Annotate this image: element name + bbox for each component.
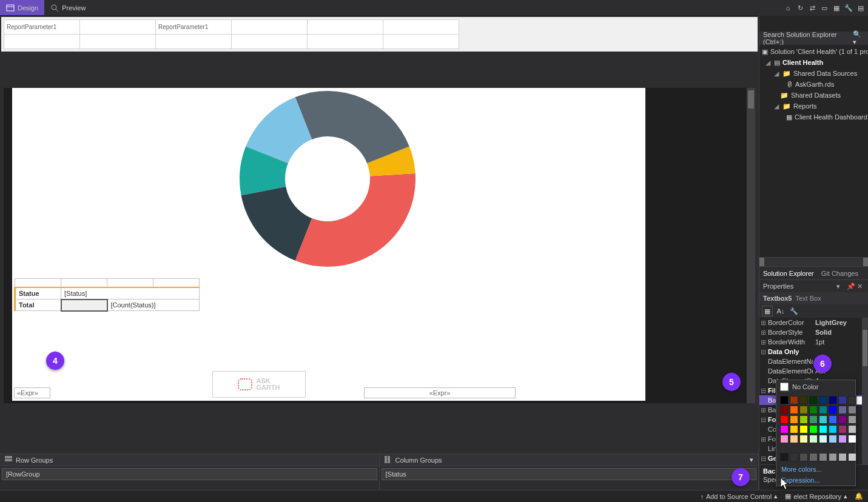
tree-expand-icon[interactable]: ◢ bbox=[774, 102, 780, 110]
tab-git-changes[interactable]: Git Changes bbox=[821, 270, 858, 277]
props-pages-icon[interactable]: 🔧 bbox=[789, 306, 799, 316]
tab-design[interactable]: Design bbox=[0, 0, 44, 15]
param-cell-r2c5[interactable] bbox=[308, 35, 383, 49]
project-node[interactable]: Client Health bbox=[782, 59, 823, 66]
reports-node[interactable]: Reports bbox=[793, 102, 817, 110]
color-swatch[interactable] bbox=[809, 406, 818, 414]
donut-chart[interactable] bbox=[237, 88, 419, 270]
color-swatch[interactable] bbox=[829, 453, 837, 461]
color-swatch[interactable] bbox=[819, 406, 827, 414]
color-swatch[interactable] bbox=[809, 435, 818, 443]
color-swatch[interactable] bbox=[790, 435, 798, 443]
tablix-header-blank1[interactable] bbox=[15, 279, 61, 287]
color-swatch[interactable] bbox=[809, 415, 818, 424]
color-swatch[interactable] bbox=[790, 396, 798, 404]
tablix-header-blank4[interactable] bbox=[153, 279, 200, 287]
color-swatch[interactable] bbox=[780, 396, 789, 404]
status-notifications-icon[interactable]: 🔔 bbox=[855, 492, 863, 500]
color-swatch[interactable] bbox=[780, 435, 789, 443]
tree-expand-icon[interactable]: ◢ bbox=[774, 70, 780, 78]
color-swatch[interactable] bbox=[838, 415, 847, 424]
report-node[interactable]: Client Health Dashboard. bbox=[795, 113, 868, 121]
color-swatch[interactable] bbox=[819, 396, 827, 404]
color-swatch[interactable] bbox=[829, 406, 837, 414]
param-cell-1[interactable]: ReportParameter1 bbox=[4, 20, 80, 35]
param-cell-2[interactable] bbox=[80, 20, 156, 35]
status-add-source-control[interactable]: ↑ Add to Source Control ▴ bbox=[700, 492, 778, 500]
color-swatch[interactable] bbox=[819, 435, 827, 443]
color-nocolor-option[interactable]: No Color bbox=[776, 380, 855, 393]
search-icon[interactable]: 🔍▾ bbox=[853, 30, 864, 46]
prop-borderwidth[interactable]: BorderWidth bbox=[767, 338, 813, 346]
color-swatch[interactable] bbox=[799, 435, 808, 443]
color-swatch[interactable] bbox=[799, 425, 808, 433]
prop-dataelout[interactable]: DataElementOut bbox=[767, 367, 813, 375]
param-cell-3[interactable]: ReportParameter1 bbox=[156, 20, 232, 35]
color-swatch[interactable] bbox=[848, 406, 856, 414]
tablix-r1c2[interactable]: [Status] bbox=[61, 287, 200, 300]
props-close-icon[interactable]: ✕ bbox=[857, 283, 864, 290]
param-cell-r2c2[interactable] bbox=[80, 35, 156, 49]
color-swatch[interactable] bbox=[799, 415, 808, 424]
col-group-item[interactable]: [ Status bbox=[382, 468, 757, 480]
askgarth-logo[interactable]: ASK GARTH bbox=[212, 371, 306, 398]
tablix-r2c1[interactable]: Total bbox=[15, 300, 61, 311]
row-group-item[interactable]: [ RowGroup bbox=[2, 468, 377, 480]
color-swatch[interactable] bbox=[809, 396, 818, 404]
prop-borderstyle[interactable]: BorderStyle bbox=[767, 329, 813, 336]
view-icon[interactable]: ▤ bbox=[856, 3, 866, 13]
refresh-icon[interactable]: ↻ bbox=[795, 3, 805, 13]
param-cell-r2c6[interactable] bbox=[383, 35, 459, 49]
color-swatch[interactable] bbox=[848, 435, 856, 443]
tablix-r1c1[interactable]: Statue bbox=[15, 287, 61, 300]
param-cell-6[interactable] bbox=[383, 20, 459, 35]
color-swatch[interactable] bbox=[838, 453, 847, 461]
color-swatch[interactable] bbox=[780, 425, 789, 433]
color-swatch[interactable] bbox=[829, 396, 837, 404]
color-swatch[interactable] bbox=[809, 453, 818, 461]
properties-icon[interactable]: 🔧 bbox=[844, 3, 853, 13]
color-swatch[interactable] bbox=[819, 453, 827, 461]
color-swatch[interactable] bbox=[838, 425, 847, 433]
color-swatch[interactable] bbox=[799, 453, 808, 461]
textbox-expr-left[interactable]: «Expr» bbox=[14, 387, 50, 398]
solution-node[interactable]: Solution 'Client Health' (1 of 1 proje bbox=[770, 48, 868, 55]
color-swatch[interactable] bbox=[829, 435, 837, 443]
props-categorized-icon[interactable]: ▦ bbox=[762, 306, 773, 316]
tablix[interactable]: Statue [Status] Total [Count(Status)] bbox=[14, 278, 200, 312]
param-cell-r2c3[interactable] bbox=[156, 35, 232, 49]
tablix-header-blank3[interactable] bbox=[107, 279, 153, 287]
color-swatch[interactable] bbox=[809, 425, 818, 433]
param-cell-5[interactable] bbox=[308, 20, 383, 35]
props-object-name[interactable]: Textbox5 bbox=[763, 295, 792, 302]
rds-node[interactable]: AskGarth.rds bbox=[795, 81, 834, 88]
prop-bordercolor[interactable]: BorderColor bbox=[767, 319, 813, 326]
showall-icon[interactable]: ▦ bbox=[832, 3, 841, 13]
status-select-repo[interactable]: ▦ elect Repository ▴ bbox=[785, 492, 847, 500]
color-more-colors[interactable]: More colors... bbox=[776, 464, 855, 475]
color-swatch[interactable] bbox=[829, 415, 837, 424]
tab-preview[interactable]: Preview bbox=[44, 0, 92, 15]
color-swatch[interactable] bbox=[829, 425, 837, 433]
collapse-icon[interactable]: ▭ bbox=[819, 3, 829, 13]
tablix-selected-cell[interactable] bbox=[61, 300, 107, 311]
color-swatch[interactable] bbox=[780, 406, 789, 414]
param-cell-4[interactable] bbox=[232, 20, 308, 35]
sdsets-node[interactable]: Shared Datasets bbox=[791, 92, 841, 99]
solution-hscroll[interactable] bbox=[759, 258, 868, 266]
color-swatch[interactable] bbox=[780, 453, 789, 461]
prop-cat-dataonly[interactable]: Data Only bbox=[767, 348, 813, 355]
props-dropdown-icon[interactable]: ▾ bbox=[836, 283, 844, 290]
color-swatch[interactable] bbox=[838, 396, 847, 404]
color-swatch[interactable] bbox=[848, 415, 856, 424]
param-cell-r2c1[interactable] bbox=[4, 35, 80, 49]
color-swatch[interactable] bbox=[838, 406, 847, 414]
donut-slice[interactable] bbox=[295, 91, 409, 163]
param-cell-r2c4[interactable] bbox=[232, 35, 308, 49]
tree-expand-icon[interactable]: ◢ bbox=[765, 59, 772, 67]
donut-slice[interactable] bbox=[295, 173, 415, 267]
prop-dataelname[interactable]: DataElementNar bbox=[767, 358, 813, 365]
color-swatch[interactable] bbox=[790, 425, 798, 433]
color-swatch[interactable] bbox=[790, 453, 798, 461]
color-swatch[interactable] bbox=[819, 415, 827, 424]
